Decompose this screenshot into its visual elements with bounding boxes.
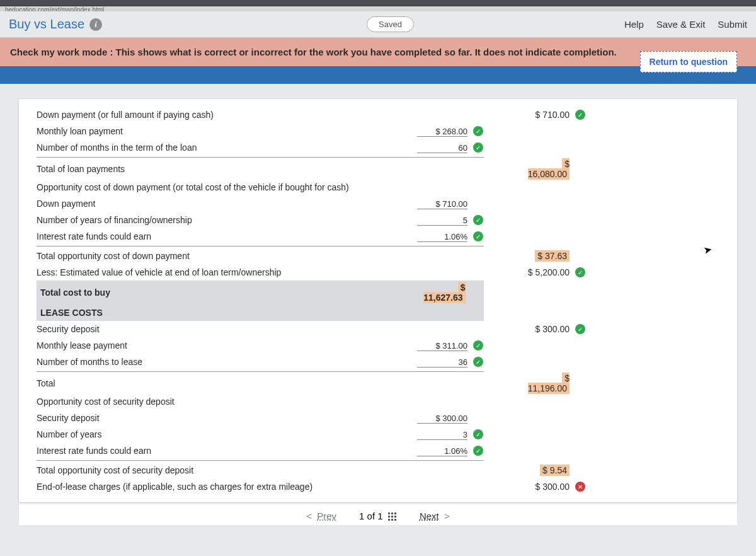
input-value[interactable]: 1.06% — [417, 446, 467, 456]
title-text: Buy vs Lease — [9, 17, 84, 32]
question-counter: 1 of 1 — [359, 511, 397, 521]
row-label: Opportunity cost of down payment (or tot… — [37, 181, 484, 194]
row-label: Total opportunity cost of security depos… — [37, 464, 389, 477]
next-button[interactable]: Next > — [420, 511, 452, 521]
row-label: Total of loan payments — [37, 163, 389, 175]
submit-link[interactable]: Submit — [718, 19, 747, 30]
row-label: Total cost to buy — [40, 286, 321, 299]
input-value[interactable]: $ 710.00 — [417, 199, 467, 209]
row-label: Security deposit — [37, 323, 389, 335]
check-icon: ✓ — [575, 267, 585, 277]
check-icon: ✓ — [473, 357, 483, 367]
row-label: Security deposit — [37, 412, 389, 424]
save-exit-link[interactable]: Save & Exit — [656, 19, 706, 30]
row-label: Interest rate funds could earn — [37, 444, 389, 457]
row-label: Total — [37, 377, 389, 390]
row-label: Number of years — [37, 428, 389, 441]
input-value[interactable]: 5 — [417, 216, 467, 226]
info-icon[interactable]: i — [89, 18, 102, 31]
row-label: Interest rate funds could earn — [37, 230, 389, 243]
saved-status: Saved — [367, 16, 414, 32]
chevron-right-icon: > — [444, 511, 450, 521]
input-value[interactable]: 3 — [417, 430, 467, 440]
row-output: $ 9.54 — [485, 465, 573, 475]
row-label: Monthly loan payment — [37, 125, 389, 137]
chevron-left-icon: < — [306, 511, 312, 521]
row-output: $16,080.00 — [485, 159, 573, 179]
cross-icon: ✕ — [575, 482, 585, 492]
row-output: $11,196.00 — [485, 373, 573, 393]
worksheet-panel: ➤ Down payment (or full amount if paying… — [19, 99, 737, 502]
row-label: Down payment (or full amount if paying c… — [37, 108, 389, 121]
prev-button[interactable]: < Prev — [304, 511, 336, 521]
return-to-question-button[interactable]: Return to question — [640, 51, 737, 72]
input-value[interactable]: 36 — [417, 357, 467, 368]
input-value[interactable]: 60 — [417, 143, 467, 153]
input-value[interactable]: $ 300.00 — [417, 414, 467, 424]
row-output: $ 37.63 — [485, 251, 573, 261]
check-icon: ✓ — [473, 446, 483, 456]
row-output: $ 710.00 — [485, 110, 573, 120]
top-bar: Buy vs Lease i Saved Help Save & Exit Su… — [0, 11, 756, 38]
row-label: Total opportunity cost of down payment — [37, 250, 389, 262]
help-link[interactable]: Help — [624, 19, 644, 30]
row-label: Opportunity cost of security deposit — [37, 395, 484, 408]
check-icon: ✓ — [473, 142, 483, 153]
input-value[interactable]: $ 311.00 — [417, 341, 467, 351]
input-value[interactable]: 1.06% — [417, 232, 467, 242]
row-label: End-of-lease charges (if applicable, suc… — [37, 480, 389, 493]
row-output: $ 5,200.00 — [485, 267, 573, 277]
input-value[interactable]: $ 268.00 — [417, 127, 467, 137]
check-icon: ✓ — [473, 126, 483, 136]
check-icon: ✓ — [473, 215, 483, 225]
row-output: $11,627.63 — [398, 282, 469, 303]
row-label: Number of months to lease — [37, 356, 389, 368]
url-bar: heducation.com/ext/map/index.html — [0, 6, 756, 11]
cursor-icon: ➤ — [702, 243, 713, 257]
row-label: Down payment — [37, 197, 389, 210]
check-icon: ✓ — [473, 231, 483, 241]
row-label: Number of years of financing/ownership — [37, 214, 389, 226]
row-output: $ 300.00 — [485, 482, 573, 492]
check-icon: ✓ — [473, 340, 483, 350]
question-nav: < Prev 1 of 1 Next > — [19, 502, 737, 525]
row-label: Less: Estimated value of vehicle at end … — [37, 266, 389, 279]
check-icon: ✓ — [473, 429, 483, 439]
row-label: Number of months in the term of the loan — [37, 141, 389, 154]
check-icon: ✓ — [575, 324, 585, 334]
check-icon: ✓ — [575, 110, 585, 120]
section-header: LEASE COSTS — [40, 306, 480, 319]
grid-icon[interactable] — [388, 513, 397, 521]
row-label: Monthly lease payment — [37, 339, 389, 352]
page-title: Buy vs Lease i — [9, 17, 102, 32]
row-output: $ 300.00 — [485, 324, 573, 334]
